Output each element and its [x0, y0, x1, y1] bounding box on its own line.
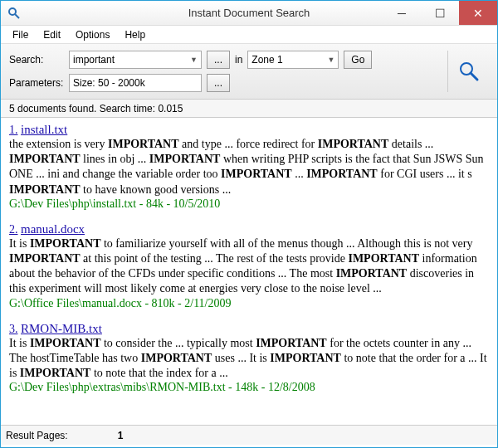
app-icon [7, 7, 21, 20]
search-input[interactable]: important ▼ [69, 51, 202, 69]
title-bar: Instant Document Search ─ ☐ ✕ [1, 1, 497, 26]
result-title-link[interactable]: install.txt [21, 123, 67, 136]
menu-bar: File Edit Options Help [1, 26, 497, 44]
search-label: Search: [9, 54, 64, 66]
search-value: important [73, 54, 115, 66]
result-item: 3. RMON-MIB.txtIt is IMPORTANT to consid… [9, 322, 489, 395]
menu-file[interactable]: File [6, 27, 35, 42]
svg-point-0 [9, 8, 16, 15]
result-number: 2. [9, 223, 18, 236]
parameters-input[interactable]: Size: 50 - 2000k [69, 74, 202, 92]
pages-label: Result Pages: [6, 430, 68, 441]
result-snippet: It is IMPORTANT to consider the ... typi… [9, 336, 489, 382]
parameters-browse-button[interactable]: ... [207, 74, 230, 92]
result-number: 3. [9, 323, 18, 335]
svg-line-1 [15, 14, 19, 18]
menu-help[interactable]: Help [118, 27, 152, 42]
result-meta: G:\Dev Files\php\extras\mibs\RMON-MIB.tx… [9, 381, 489, 394]
svg-line-3 [471, 73, 477, 80]
maximize-button[interactable]: ☐ [421, 1, 459, 25]
minimize-button[interactable]: ─ [383, 1, 421, 25]
footer-bar: Result Pages: 1 [1, 425, 497, 445]
result-snippet: It is IMPORTANT to familiarize yourself … [9, 236, 489, 297]
result-number: 1. [9, 124, 18, 136]
zone-value: Zone 1 [251, 54, 282, 66]
zone-select[interactable]: Zone 1 ▼ [247, 51, 339, 69]
search-icon-button[interactable] [447, 51, 489, 92]
result-title-link[interactable]: manual.docx [21, 222, 85, 236]
close-button[interactable]: ✕ [459, 1, 497, 25]
chevron-down-icon: ▼ [327, 56, 334, 64]
search-browse-button[interactable]: ... [207, 51, 230, 69]
result-title-link[interactable]: RMON-MIB.txt [21, 322, 102, 335]
chevron-down-icon: ▼ [190, 56, 198, 64]
results-pane[interactable]: 1. install.txtthe extension is very IMPO… [1, 118, 497, 425]
search-toolbar: Search: important ▼ ... in Zone 1 ▼ Go P… [1, 44, 497, 100]
result-meta: G:\Office Files\manual.docx - 810k - 2/1… [9, 297, 489, 310]
status-text: 5 documents found. Search time: 0.015 [9, 103, 183, 114]
menu-options[interactable]: Options [69, 27, 116, 42]
current-page[interactable]: 1 [118, 430, 124, 441]
result-item: 2. manual.docxIt is IMPORTANT to familia… [9, 222, 489, 310]
in-label: in [235, 54, 242, 66]
menu-edit[interactable]: Edit [37, 27, 67, 42]
result-item: 1. install.txtthe extension is very IMPO… [9, 123, 489, 211]
parameters-value: Size: 50 - 2000k [73, 77, 145, 89]
go-button[interactable]: Go [344, 51, 372, 69]
status-bar: 5 documents found. Search time: 0.015 [1, 100, 497, 118]
result-meta: G:\Dev Files\php\install.txt - 84k - 10/… [9, 197, 489, 211]
result-snippet: the extension is very IMPORTANT and type… [9, 137, 489, 197]
magnifier-icon [458, 61, 480, 82]
parameters-label: Parameters: [9, 77, 64, 89]
